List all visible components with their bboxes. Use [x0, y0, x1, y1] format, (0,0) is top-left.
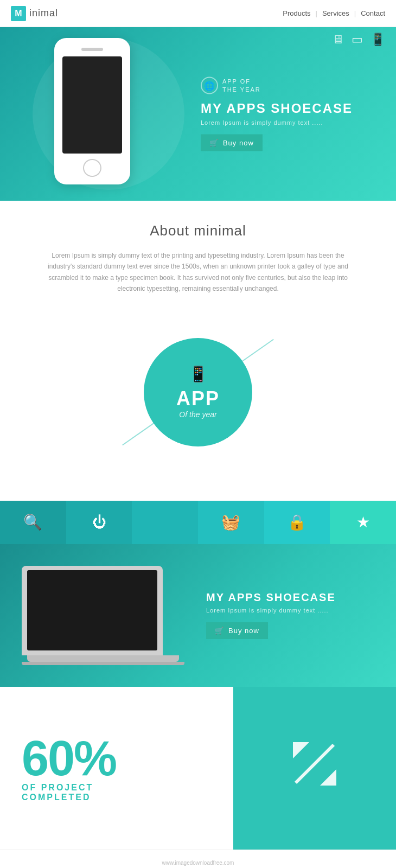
svg-line-2: [296, 745, 334, 783]
icon-bar-star[interactable]: ★: [330, 501, 396, 544]
stats-section: 60% OF PROJECT COMPLETED: [0, 687, 396, 850]
search-icon: 🔍: [23, 513, 42, 531]
hero2-subtitle: Lorem Ipsum is simply dummy text .....: [206, 607, 336, 614]
circle-app-title: APP: [176, 387, 220, 410]
nav-contact[interactable]: Contact: [361, 9, 385, 17]
power-icon: ⏻: [92, 514, 106, 531]
hero-buy-button[interactable]: 🛒 Buy now: [201, 135, 263, 151]
phone-icon: 📱: [371, 33, 385, 47]
phone-screen: [62, 56, 122, 154]
logo-icon: M: [11, 6, 26, 21]
tablet-icon: ▭: [352, 33, 363, 47]
app-circle: 📱 APP Of the year: [144, 338, 252, 446]
laptop-screen: [27, 570, 157, 650]
svg-marker-0: [293, 742, 309, 758]
nav-products[interactable]: Products: [283, 9, 310, 17]
circle-phone-icon: 📱: [189, 365, 208, 383]
hero2-content: MY APPS SHOECASE Lorem Ipsum is simply d…: [206, 591, 336, 639]
laptop-mockup: [22, 566, 184, 665]
device-icons: 🖥 ▭ 📱: [332, 33, 385, 47]
cart-icon: 🛒: [209, 139, 219, 147]
icon-bar-lock[interactable]: 🔒: [264, 501, 330, 544]
basket-icon: 🧺: [221, 513, 240, 531]
hero2-section: MY APPS SHOECASE Lorem Ipsum is simply d…: [0, 544, 396, 687]
svg-marker-1: [320, 769, 336, 786]
hero-content: 🌐 APP OFTHE YEAR MY APPS SHOECASE Lorem …: [201, 77, 353, 151]
stats-right: [233, 687, 396, 850]
globe-icon: 🌐: [201, 77, 218, 94]
watermark: www.imagedownloadfree.com: [8, 858, 388, 868]
hero-badge: 🌐 APP OFTHE YEAR: [201, 77, 353, 94]
phone-speaker: [81, 48, 103, 51]
about-text: Lorem Ipsum is simply dummy text of the …: [41, 250, 355, 295]
laptop-foot: [22, 662, 184, 665]
icon-bar-power[interactable]: ⏻: [66, 501, 132, 544]
star-icon: ★: [356, 513, 370, 531]
phone-body: [54, 38, 130, 184]
stats-label2: COMPLETED: [22, 793, 212, 802]
laptop-base: [27, 655, 179, 662]
logo: M inimal: [11, 6, 58, 21]
hero2-buy-button[interactable]: 🛒 Buy now: [206, 622, 268, 639]
hero2-title: MY APPS SHOECASE: [206, 591, 336, 604]
hero2-cart-icon: 🛒: [215, 627, 224, 635]
icon-bar-apple[interactable]: [132, 501, 198, 544]
nav-services[interactable]: Services: [322, 9, 349, 17]
about-title: About minimal: [33, 222, 363, 239]
stats-label1: OF PROJECT: [22, 783, 212, 793]
hero-subtitle: Lorem Ipsum is simply dummy text .....: [201, 119, 353, 126]
hero-buy-label: Buy now: [223, 139, 254, 147]
lock-icon: 🔒: [288, 513, 306, 531]
icon-bar-basket[interactable]: 🧺: [198, 501, 264, 544]
phone-home-button: [83, 159, 101, 177]
resize-icon: [288, 737, 342, 800]
header: M inimal Products | Services | Contact: [0, 0, 396, 27]
stats-left: 60% OF PROJECT COMPLETED: [0, 687, 233, 850]
app-circle-container: 📱 APP Of the year: [33, 316, 363, 468]
nav: Products | Services | Contact: [283, 9, 385, 17]
laptop-body: [22, 566, 163, 655]
nav-sep-2: |: [354, 9, 356, 17]
hero-badge-text: APP OFTHE YEAR: [222, 77, 261, 94]
monitor-icon: 🖥: [332, 33, 344, 47]
hero2-buy-label: Buy now: [228, 627, 259, 635]
logo-text: inimal: [29, 8, 58, 19]
nav-sep-1: |: [316, 9, 317, 17]
hero-title: MY APPS SHOECASE: [201, 101, 353, 116]
footer: www.imagedownloadfree.com Copyright © 20…: [0, 850, 396, 868]
icon-bar-search[interactable]: 🔍: [0, 501, 66, 544]
icon-bar: 🔍 ⏻ 🧺 🔒 ★: [0, 501, 396, 544]
stats-percent: 60%: [22, 734, 212, 783]
circle-app-subtitle: Of the year: [179, 410, 216, 419]
hero-section: 🖥 ▭ 📱 🌐 APP OFTHE YEAR MY APPS SHOECASE …: [0, 27, 396, 201]
hero-phone-mockup: [54, 38, 141, 195]
about-section: About minimal Lorem Ipsum is simply dumm…: [0, 201, 396, 501]
